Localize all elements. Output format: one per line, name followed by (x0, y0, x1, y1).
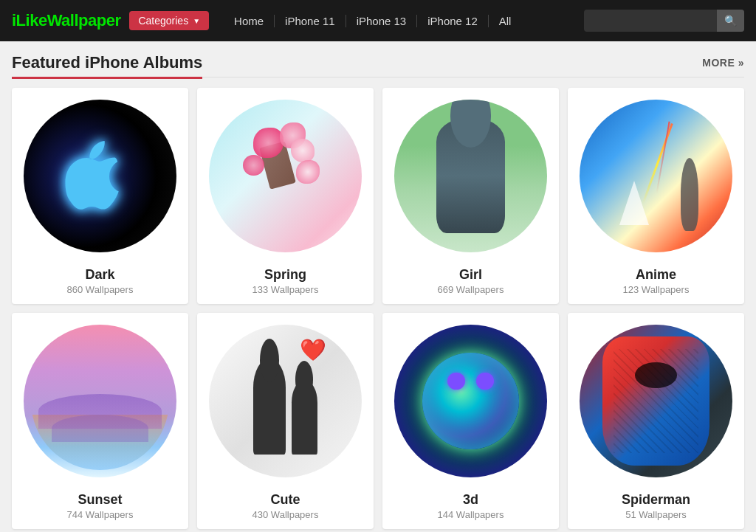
albums-grid: Dark 860 Wallpapers Spring 133 Wallpaper… (12, 88, 744, 529)
album-count: 144 Wallpapers (382, 509, 559, 520)
categories-label: Categories (138, 15, 188, 27)
album-card-dark[interactable]: Dark 860 Wallpapers (12, 88, 188, 304)
album-count: 860 Wallpapers (12, 284, 188, 295)
album-image-wrap (568, 88, 744, 264)
album-image-wrap (12, 88, 188, 264)
album-card-spiderman[interactable]: Spiderman 51 Wallpapers (568, 313, 744, 529)
album-name: Sunset (12, 492, 188, 508)
site-logo[interactable]: iLikeWallpaper (12, 11, 120, 30)
album-circle (24, 100, 176, 252)
album-card-girl[interactable]: Girl 669 Wallpapers (382, 88, 559, 304)
album-image-wrap: ❤️ (197, 313, 374, 489)
album-count: 133 Wallpapers (197, 284, 374, 295)
album-circle (209, 100, 362, 252)
more-link[interactable]: MORE » (702, 57, 744, 69)
album-name: 3d (382, 492, 559, 508)
search-button[interactable]: 🔍 (717, 10, 744, 32)
nav-item-home[interactable]: Home (224, 15, 275, 27)
album-card-cute[interactable]: ❤️ Cute 430 Wallpapers (197, 313, 374, 529)
album-card-3d[interactable]: 3d 144 Wallpapers (382, 313, 559, 529)
album-name: Girl (382, 267, 559, 283)
search-box: 🔍 (584, 10, 744, 32)
album-name: Cute (197, 492, 374, 508)
album-card-spring[interactable]: Spring 133 Wallpapers (197, 88, 374, 304)
album-name: Dark (12, 267, 188, 283)
album-image-wrap (568, 313, 744, 489)
chevron-down-icon: ▼ (193, 17, 200, 25)
album-circle (580, 100, 732, 252)
album-count: 51 Wallpapers (568, 509, 744, 520)
nav-item-iphone11[interactable]: iPhone 11 (275, 15, 346, 27)
header: iLikeWallpaper Categories ▼ HomeiPhone 1… (0, 0, 756, 41)
categories-button[interactable]: Categories ▼ (129, 11, 209, 30)
nav-item-iphone12[interactable]: iPhone 12 (417, 15, 489, 27)
album-card-sunset[interactable]: Sunset 744 Wallpapers (12, 313, 188, 529)
album-count: 669 Wallpapers (382, 284, 559, 295)
section-header: Featured iPhone Albums MORE » (12, 53, 744, 77)
main-content: Featured iPhone Albums MORE » Dark 860 W… (0, 41, 756, 532)
album-circle (580, 325, 732, 477)
album-card-anime[interactable]: Anime 123 Wallpapers (568, 88, 744, 304)
main-nav: HomeiPhone 11iPhone 13iPhone 12All (224, 15, 521, 27)
nav-item-iphone13[interactable]: iPhone 13 (346, 15, 418, 27)
album-name: Spiderman (568, 492, 744, 508)
album-circle (394, 325, 547, 477)
album-image-wrap (12, 313, 188, 489)
album-count: 744 Wallpapers (12, 509, 188, 520)
search-input[interactable] (584, 15, 717, 27)
nav-item-all[interactable]: All (489, 15, 522, 27)
section-title: Featured iPhone Albums (12, 53, 202, 79)
album-count: 123 Wallpapers (568, 284, 744, 295)
album-image-wrap (382, 88, 559, 264)
album-circle (24, 325, 176, 477)
album-circle: ❤️ (209, 325, 362, 477)
album-name: Spring (197, 267, 374, 283)
album-count: 430 Wallpapers (197, 509, 374, 520)
album-image-wrap (197, 88, 374, 264)
album-circle (394, 100, 547, 252)
album-name: Anime (568, 267, 744, 283)
album-image-wrap (382, 313, 559, 489)
